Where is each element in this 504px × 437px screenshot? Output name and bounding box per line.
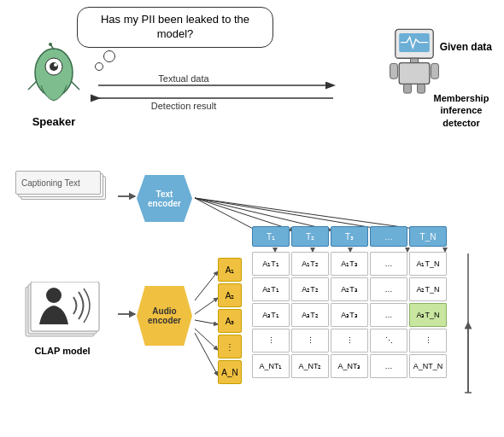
t-cell-3: … (370, 226, 407, 247)
matrix-cell-0-3: … (370, 252, 407, 276)
matrix-cell-4-3: … (370, 354, 407, 378)
t-cell-2: T₃ (331, 226, 368, 247)
diagram-container: Has my PII been leaked to the model? Spe… (0, 0, 504, 437)
matrix-cell-2-4: A₃T_N (409, 303, 447, 327)
matrix-row-3: ⋮⋮⋮⋱⋮ (252, 329, 447, 353)
clap-label: CLAP model (15, 346, 109, 356)
matrix-row-2: A₃T₁A₃T₂A₃T₃…A₃T_N (252, 303, 447, 327)
matrix-row-4: A_NT₁A_NT₂A_NT₃…A_NT_N (252, 354, 447, 378)
t-cell-4: T_N (409, 226, 447, 247)
captioning-text-label: Captioning Text (21, 178, 80, 188)
matrix-cell-1-4: A₂T_N (409, 277, 447, 301)
matrix-cell-4-1: A_NT₂ (291, 354, 329, 378)
caption-page-front: Captioning Text (15, 171, 101, 195)
matrix-cell-3-4: ⋮ (409, 329, 447, 353)
matrix-cell-0-2: A₁T₃ (331, 252, 368, 276)
svg-line-7 (71, 81, 79, 90)
svg-text:Textual data: Textual data (158, 73, 209, 84)
matrix-cell-1-0: A₂T₁ (252, 277, 290, 301)
audio-encoder: Audio encoder (137, 286, 192, 346)
svg-rect-11 (399, 63, 430, 84)
matrix-cell-3-0: ⋮ (252, 329, 290, 353)
robot-figure (376, 26, 453, 96)
matrix-cell-0-0: A₁T₁ (252, 252, 290, 276)
matrix-cell-1-2: A₂T₃ (331, 277, 368, 301)
svg-line-31 (195, 333, 218, 376)
speaker-figure: Speaker (15, 43, 92, 128)
speech-bubble: Has my PII been leaked to the model? (77, 7, 273, 48)
matrix-cell-2-3: … (370, 303, 407, 327)
svg-rect-15 (418, 84, 425, 93)
robot-icon (380, 26, 448, 94)
speech-bubble-text: Has my PII been leaked to the model? (101, 13, 249, 40)
matrix-row-1: A₂T₁A₂T₂A₂T₃…A₂T_N (252, 277, 447, 301)
speaker-label: Speaker (15, 115, 92, 128)
matrix-cell-2-0: A₃T₁ (252, 303, 290, 327)
svg-line-20 (195, 198, 256, 230)
a-cell-4: A_N (218, 360, 242, 384)
matrix-cell-3-3: ⋱ (370, 329, 407, 353)
svg-point-43 (46, 288, 62, 303)
matrix-row-0: A₁T₁A₁T₂A₁T₃…A₁T_N (252, 252, 447, 276)
matrix-cell-3-1: ⋮ (291, 329, 329, 353)
a-cell-1: A₂ (218, 283, 242, 307)
speaker-icon (20, 43, 88, 111)
t-cell-1: T₂ (291, 226, 329, 247)
svg-point-2 (50, 62, 58, 71)
main-matrix: A₁T₁A₁T₂A₁T₃…A₁T_NA₂T₁A₂T₂A₂T₃…A₂T_NA₃T₁… (252, 252, 447, 380)
matrix-cell-2-1: A₃T₂ (291, 303, 329, 327)
t-cell-0: T₁ (252, 226, 290, 247)
svg-text:Detection result: Detection result (151, 101, 216, 111)
text-encoder-label: Text encoder (148, 189, 181, 208)
audio-figure: CLAP model (15, 282, 109, 356)
a-cell-2: A₃ (218, 309, 242, 333)
audio-icon (24, 282, 101, 341)
matrix-cell-2-2: A₃T₃ (331, 303, 368, 327)
matrix-a-column: A₁A₂A₃⋮A_N (218, 258, 243, 386)
svg-line-30 (195, 329, 218, 350)
svg-point-5 (49, 43, 52, 46)
text-encoder: Text encoder (137, 175, 192, 222)
matrix-cell-1-1: A₂T₂ (291, 277, 329, 301)
svg-rect-10 (411, 58, 419, 62)
matrix-cell-4-2: A_NT₃ (331, 354, 368, 378)
a-cell-0: A₁ (218, 258, 242, 282)
matrix-cell-1-3: … (370, 277, 407, 301)
given-data-label: Given data (440, 41, 492, 55)
matrix-cell-4-0: A_NT₁ (252, 354, 290, 378)
matrix-cell-0-1: A₁T₂ (291, 252, 329, 276)
svg-rect-14 (404, 84, 412, 93)
audio-encoder-label: Audio encoder (148, 306, 181, 325)
a-cell-3: ⋮ (218, 335, 242, 358)
svg-rect-12 (390, 63, 398, 79)
t-row: T₁T₂T₃…T_N (252, 226, 447, 247)
svg-point-3 (54, 63, 57, 67)
matrix-cell-3-2: ⋮ (331, 329, 368, 353)
svg-line-6 (28, 81, 37, 90)
svg-rect-13 (431, 63, 439, 79)
svg-line-28 (195, 298, 218, 314)
matrix-cell-0-4: A₁T_N (409, 252, 447, 276)
matrix-cell-4-4: A_NT_N (409, 354, 447, 378)
svg-line-27 (195, 271, 218, 300)
membership-label: Membership inferencedetector (427, 92, 495, 129)
svg-line-29 (195, 320, 218, 324)
